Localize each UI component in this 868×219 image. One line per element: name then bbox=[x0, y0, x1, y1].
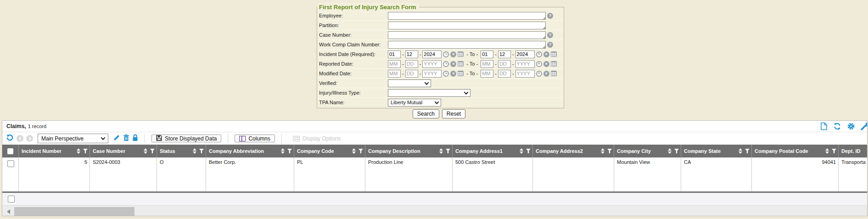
sort-icon[interactable] bbox=[739, 148, 742, 154]
filter-icon[interactable] bbox=[150, 149, 155, 153]
clock-icon[interactable] bbox=[443, 51, 449, 57]
edit-icon[interactable] bbox=[113, 134, 120, 143]
reported-to-month-input[interactable] bbox=[481, 60, 493, 68]
incident-from-day-input[interactable] bbox=[405, 51, 418, 58]
column-header-company-city[interactable]: Company City bbox=[614, 145, 681, 157]
clear-icon[interactable]: × bbox=[450, 71, 456, 77]
case-number-input[interactable] bbox=[388, 31, 546, 39]
sort-icon[interactable] bbox=[77, 148, 80, 154]
columns-button[interactable]: Columns bbox=[235, 135, 274, 142]
calendar-icon[interactable] bbox=[551, 51, 557, 57]
sort-icon[interactable] bbox=[144, 148, 147, 154]
column-header-case-number[interactable]: Case Number bbox=[90, 145, 157, 157]
row-checkbox[interactable] bbox=[2, 157, 19, 191]
work-comp-input[interactable] bbox=[388, 41, 546, 49]
clock-icon[interactable] bbox=[443, 71, 449, 77]
reported-from-day-input[interactable] bbox=[405, 60, 418, 68]
clear-icon[interactable]: × bbox=[450, 51, 456, 57]
perspective-select[interactable]: Main Perspective bbox=[38, 134, 108, 143]
calendar-icon[interactable] bbox=[458, 61, 464, 67]
undo-icon[interactable] bbox=[6, 134, 14, 143]
column-header-status[interactable]: Status bbox=[157, 145, 206, 157]
select-all-checkbox[interactable] bbox=[2, 145, 19, 157]
clear-icon[interactable]: × bbox=[450, 61, 456, 67]
sort-icon[interactable] bbox=[281, 148, 285, 154]
filter-icon[interactable] bbox=[199, 149, 204, 153]
sort-icon[interactable] bbox=[825, 148, 829, 154]
incident-from-year-input[interactable] bbox=[422, 51, 442, 58]
sort-icon[interactable] bbox=[193, 148, 196, 154]
clear-icon[interactable]: × bbox=[543, 61, 549, 67]
filter-icon[interactable] bbox=[358, 149, 363, 153]
clock-icon[interactable] bbox=[536, 61, 542, 67]
column-header-company-address1[interactable]: Company Address1 bbox=[453, 145, 533, 157]
clock-icon[interactable] bbox=[536, 51, 542, 57]
sort-icon[interactable] bbox=[520, 148, 523, 154]
filter-icon[interactable] bbox=[287, 149, 292, 153]
new-document-icon[interactable] bbox=[820, 122, 828, 130]
reset-button[interactable]: Reset bbox=[442, 109, 465, 118]
sort-icon[interactable] bbox=[439, 148, 443, 154]
modified-to-day-input[interactable] bbox=[498, 70, 511, 78]
prev-icon[interactable] bbox=[17, 135, 23, 142]
sort-icon[interactable] bbox=[601, 148, 605, 154]
reported-from-year-input[interactable] bbox=[422, 60, 442, 68]
table-row[interactable]: 5 S2024-0003 O Better Corp. PL Productio… bbox=[2, 157, 867, 191]
sort-icon[interactable] bbox=[352, 148, 356, 154]
column-header-company-description[interactable]: Company Description bbox=[365, 145, 453, 157]
column-header-company-postal-code[interactable]: Company Postal Code bbox=[752, 145, 839, 157]
clear-icon[interactable]: × bbox=[543, 51, 549, 57]
incident-to-year-input[interactable] bbox=[515, 51, 535, 58]
reported-to-day-input[interactable] bbox=[498, 60, 511, 68]
modified-from-year-input[interactable] bbox=[422, 70, 442, 78]
sort-icon[interactable] bbox=[668, 148, 672, 154]
column-header-company-abbreviation[interactable]: Company Abbreviation bbox=[206, 145, 294, 157]
filter-icon[interactable] bbox=[745, 149, 750, 153]
filter-icon[interactable] bbox=[832, 149, 836, 153]
filter-icon[interactable] bbox=[607, 149, 612, 153]
clock-icon[interactable] bbox=[443, 61, 449, 67]
lock-icon[interactable] bbox=[132, 134, 138, 143]
help-icon[interactable]: ? bbox=[547, 42, 553, 48]
clock-icon[interactable] bbox=[536, 71, 542, 77]
column-header-incident-number[interactable]: Incident Number bbox=[19, 145, 90, 157]
incident-from-month-input[interactable] bbox=[388, 51, 401, 58]
scroll-left-icon[interactable] bbox=[7, 209, 10, 214]
calendar-icon[interactable] bbox=[551, 61, 557, 67]
search-button[interactable]: Search bbox=[413, 109, 439, 118]
filter-icon[interactable] bbox=[526, 149, 531, 153]
settings-icon[interactable] bbox=[847, 122, 855, 130]
verified-select[interactable] bbox=[388, 79, 431, 87]
modified-to-year-input[interactable] bbox=[515, 70, 535, 78]
next-icon[interactable] bbox=[26, 135, 33, 142]
modified-from-month-input[interactable] bbox=[388, 70, 401, 78]
incident-to-day-input[interactable] bbox=[498, 51, 511, 58]
calendar-icon[interactable] bbox=[458, 51, 464, 57]
column-header-company-code[interactable]: Company Code bbox=[294, 145, 365, 157]
help-icon[interactable]: ? bbox=[547, 13, 553, 19]
reported-to-year-input[interactable] bbox=[515, 60, 535, 68]
footer-checkbox[interactable] bbox=[8, 196, 15, 202]
partition-input[interactable] bbox=[388, 22, 546, 29]
clear-icon[interactable]: × bbox=[543, 71, 549, 77]
employee-input[interactable] bbox=[388, 12, 546, 20]
incident-to-month-input[interactable] bbox=[481, 51, 493, 58]
scrollbar-thumb[interactable] bbox=[14, 207, 134, 216]
wrench-icon[interactable] bbox=[861, 122, 868, 130]
reported-from-month-input[interactable] bbox=[388, 60, 401, 68]
injury-type-select[interactable] bbox=[388, 89, 470, 97]
column-header-company-state[interactable]: Company State bbox=[681, 145, 752, 157]
column-header-dept-id[interactable]: Dept. ID bbox=[839, 145, 867, 157]
filter-icon[interactable] bbox=[83, 149, 88, 153]
horizontal-scrollbar[interactable] bbox=[2, 206, 867, 216]
delete-icon[interactable] bbox=[123, 134, 129, 143]
calendar-icon[interactable] bbox=[458, 71, 464, 76]
modified-to-month-input[interactable] bbox=[481, 70, 493, 78]
modified-from-day-input[interactable] bbox=[405, 70, 418, 78]
filter-icon[interactable] bbox=[674, 149, 679, 153]
help-icon[interactable]: ? bbox=[547, 32, 553, 38]
calendar-icon[interactable] bbox=[551, 71, 557, 76]
column-header-company-address2[interactable]: Company Address2 bbox=[533, 145, 614, 157]
tpa-name-select[interactable]: Liberty Mutual bbox=[388, 99, 441, 107]
refresh-icon[interactable] bbox=[833, 122, 841, 130]
